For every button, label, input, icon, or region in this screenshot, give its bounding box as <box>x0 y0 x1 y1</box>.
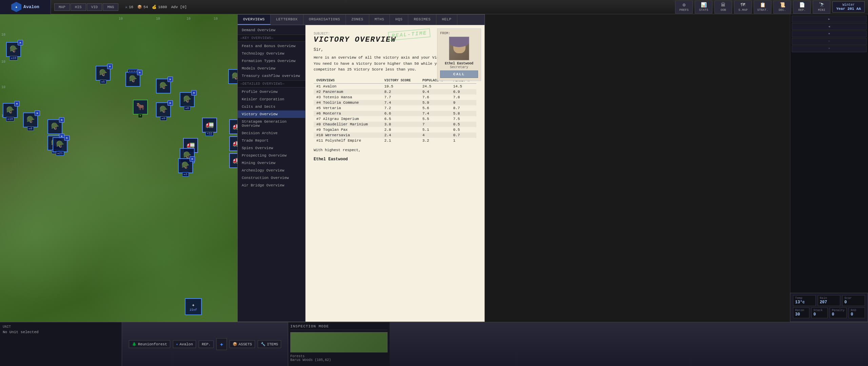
unit-7[interactable]: 🪖 ✉10 <box>3 103 18 118</box>
col-victory: VICTORY SCORE <box>381 78 419 84</box>
unit-9[interactable]: 🐂 × <box>133 100 148 115</box>
unit-figure: 🚛 <box>233 157 238 164</box>
scar-label: Scar <box>844 297 863 300</box>
unit-figure: 🪖 <box>232 73 238 80</box>
unit-2[interactable]: 🪖 ✉5 <box>96 66 111 81</box>
unit-6[interactable]: 🪖 ✉9 <box>156 102 171 117</box>
list-formation[interactable]: Formation Types Overview <box>238 57 305 65</box>
rep-label: REP. <box>202 342 211 346</box>
nav-mng[interactable]: MNG <box>103 3 118 11</box>
assets-status[interactable]: 📦 ASSETS <box>230 340 255 348</box>
resources-status: 📦 54 <box>137 5 148 9</box>
unit-edge-3[interactable]: 🚛 <box>229 136 237 151</box>
unit-rank: ★★★★★ <box>128 69 138 73</box>
oob-button[interactable]: 🏛 OOB <box>714 1 732 14</box>
list-mining[interactable]: Mining Overview <box>238 159 305 167</box>
tab-help[interactable]: HELP <box>436 15 457 25</box>
unit-small[interactable]: 🪖 ✉3 <box>178 158 193 173</box>
list-airbridge[interactable]: Air Bridge Overview <box>238 182 305 189</box>
right-tool-5[interactable]: + <box>792 45 867 52</box>
list-demand[interactable]: Demand Overview <box>238 26 305 34</box>
temp-value: 13°c <box>795 300 814 305</box>
right-tool-4[interactable]: ○ <box>792 38 867 45</box>
nav-his[interactable]: HIS <box>71 3 86 11</box>
unit-1[interactable]: 🪖 ✉10 <box>6 42 21 57</box>
smap-button[interactable]: 🗺 S.MAP <box>734 1 752 14</box>
faction-icon: ✦ <box>11 2 21 12</box>
list-trade[interactable]: Trade Report <box>238 137 305 144</box>
list-prospecting[interactable]: Prospecting Overview <box>238 152 305 159</box>
call-button[interactable]: CALL <box>440 70 478 78</box>
faction-status: ✦ Avalon <box>173 340 196 348</box>
right-tool-2[interactable]: ◀ <box>792 23 867 30</box>
stack-value: 0 <box>813 312 826 317</box>
list-technology[interactable]: Technology Overview <box>238 50 305 57</box>
tab-hqs[interactable]: HQs <box>390 15 408 25</box>
stack-label: Stack <box>813 309 826 312</box>
temp-cell: Temp 13°c <box>793 295 816 306</box>
tab-regimes[interactable]: REGIMES <box>408 15 436 25</box>
unit-12[interactable]: 🪖 ✉21 <box>53 137 67 152</box>
overview-tabs: OVERVIEWS LETTERBOX ORGANISATIONS ZONES … <box>238 15 485 25</box>
victory-table: OVERVIEWS VICTORY SCORE POPULACE % PLANE… <box>314 78 476 143</box>
letter-closing: With highest respect, <box>314 148 476 152</box>
tab-organisations[interactable]: ORGANISATIONS <box>303 15 346 25</box>
unit-3[interactable]: 🪖 ★★★★★ <box>125 72 140 87</box>
unit-edge-4[interactable]: 🚛 <box>229 153 237 168</box>
unit-2inf[interactable]: ✦ 2Inf <box>185 298 202 315</box>
list-construction[interactable]: Construction Overview <box>238 174 305 182</box>
list-profile[interactable]: Profile Overview <box>238 88 305 96</box>
tab-overviews[interactable]: OVERVIEWS <box>238 15 271 25</box>
list-cults[interactable]: Cults and Sects <box>238 103 305 110</box>
nav-map[interactable]: MAP <box>54 3 70 11</box>
smap-label: S.MAP <box>738 8 748 12</box>
rep-button[interactable]: 📄 REP. <box>793 1 811 14</box>
dec-button[interactable]: 📜 DEC. <box>773 1 791 14</box>
season-display: Winter Year 201 AA <box>832 1 865 13</box>
unit-vehicle-1[interactable]: 🚛 ×32 <box>202 118 217 133</box>
unit-10[interactable]: 🪖 <box>47 119 62 134</box>
tab-letterbox[interactable]: LETTERBOX <box>271 15 303 25</box>
unit-edge-2[interactable]: 🚛 <box>229 119 237 134</box>
penalty-label: Penalty <box>832 309 845 312</box>
list-decision[interactable]: Decision Archive <box>238 129 305 137</box>
table-row: #11 Polyshelf Empire2.13.21 <box>314 138 476 143</box>
strat-button[interactable]: 📋 STRAT. <box>754 1 771 14</box>
tab-mths[interactable]: MTHs <box>369 15 390 25</box>
faction-name: Avalon <box>23 4 39 9</box>
right-tool-1[interactable]: ▶ <box>792 16 867 22</box>
list-archeology[interactable]: Archeology Overview <box>238 167 305 174</box>
unit-type-label: 2Inf <box>190 308 197 312</box>
recon-cell: Recon 30 <box>793 307 809 318</box>
unit-edge-1[interactable]: 🪖 <box>228 69 237 84</box>
list-spies[interactable]: Spies Overview <box>238 144 305 152</box>
unit-4[interactable]: 🪖 <box>156 79 171 94</box>
troops-icon: ⚔ <box>125 5 127 9</box>
unit-figure: 🚛 <box>186 142 195 149</box>
nav-vid[interactable]: VID <box>87 3 102 11</box>
stats-button[interactable]: 📊 STATS <box>695 1 712 14</box>
list-victory[interactable]: Victory Overview <box>238 110 305 118</box>
tab-zones[interactable]: ZONES <box>346 15 369 25</box>
unit-5[interactable]: 🪖 ✉8 <box>180 92 195 107</box>
season-value: Winter <box>836 3 861 7</box>
inspect-terrain: Forests <box>290 354 388 358</box>
list-models[interactable]: Models Overview <box>238 65 305 72</box>
mini-button[interactable]: 🔭 MINI <box>813 1 830 14</box>
right-tool-3[interactable]: ● <box>792 30 867 37</box>
list-sep-detail: —DETAILED OVERVIEWS— <box>238 80 305 87</box>
list-keisler[interactable]: Keisler Corporation <box>238 96 305 103</box>
gold-value: 1880 <box>158 5 167 9</box>
items-status[interactable]: 🔧 ITEMS <box>258 340 281 348</box>
unit-hp: ✉8 <box>184 106 191 110</box>
list-feats[interactable]: Feats and Bonus Overview <box>238 42 305 50</box>
list-stratagem[interactable]: Stratagem Generation Overview <box>238 118 305 129</box>
location-icon: 🌲 <box>132 342 137 346</box>
prefs-button[interactable]: ⚙ PREFS <box>675 1 693 14</box>
overview-body: Demand Overview —KEY OVERVIEWS— Feats an… <box>238 25 485 322</box>
unit-8[interactable]: 🪖 ✉8 <box>23 113 38 127</box>
unit-figure: 🪖 <box>51 123 59 130</box>
unit-hp: ✉3 <box>182 172 189 177</box>
gold-status: 💰 1880 <box>152 5 167 9</box>
list-treasury[interactable]: Treasury cashflow overview <box>238 72 305 80</box>
